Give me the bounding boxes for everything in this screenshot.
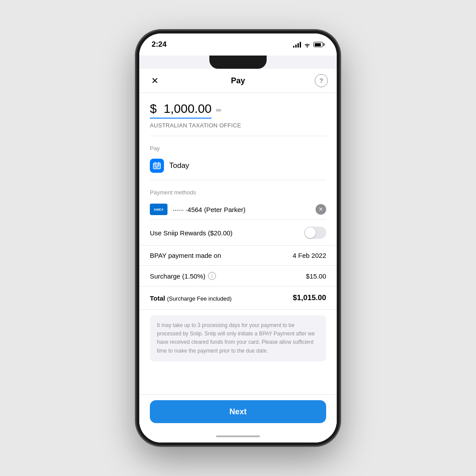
calendar-icon [150,159,164,173]
disclaimer-box: It may take up to 3 processing days for … [150,315,326,361]
amount-section: $ 1,000.00 ✏ AUSTRALIAN TAXATION OFFICE [139,93,337,136]
amount-display: $ 1,000.00 [150,102,212,119]
wifi-icon [304,42,311,47]
status-time: 2:24 [152,40,167,49]
remove-icon: × [319,206,323,213]
scroll-body[interactable]: $ 1,000.00 ✏ AUSTRALIAN TAXATION OFFICE … [139,93,337,394]
bpay-date: 4 Feb 2022 [293,252,326,259]
next-button-container: Next [139,394,337,430]
help-button[interactable]: ? [315,74,328,87]
card-details: ······ ·4564 (Peter Parker) [173,206,310,213]
pay-date-section: Pay Today [139,140,337,180]
total-label: Total (Surcharge Fee included) [150,294,232,302]
amount-value: 1,000.00 [164,102,212,115]
payment-methods-section: Payment methods AMEX ······ ·4564 (Peter… [139,184,337,220]
rewards-toggle[interactable] [304,227,326,239]
home-bar [216,435,260,437]
nav-bar: ✕ Pay ? [139,69,337,93]
amex-card-icon: AMEX [150,204,167,215]
notch [209,56,267,69]
svg-rect-0 [153,163,160,169]
total-sub-label: (Surcharge Fee included) [167,295,232,302]
edit-icon[interactable]: ✏ [216,106,222,115]
nav-title: Pay [231,76,245,86]
signal-icon [293,41,301,48]
total-row: Total (Surcharge Fee included) $1,015.00 [139,286,337,310]
bpay-label: BPAY payment made on [150,252,221,259]
toggle-knob [305,227,316,238]
status-icons [293,41,324,48]
pay-date-text: Today [169,161,189,170]
surcharge-info-button[interactable]: i [208,272,216,280]
screen: 2:24 [139,33,337,443]
surcharge-label-text: Surcharge (1.50%) [150,272,205,280]
payment-methods-label: Payment methods [150,184,326,199]
rewards-label: Use Sniip Rewards ($20.00) [150,229,233,237]
next-button[interactable]: Next [150,400,326,423]
pay-date-row[interactable]: Today [150,155,326,180]
pay-section-label: Pay [150,140,326,155]
total-value: $1,015.00 [293,294,326,302]
biller-name: AUSTRALIAN TAXATION OFFICE [150,122,326,129]
currency-symbol: $ [150,102,157,115]
status-bar: 2:24 [139,33,337,56]
next-button-label: Next [229,407,246,416]
bpay-date-row: BPAY payment made on 4 Feb 2022 [139,245,337,266]
rewards-row: Use Sniip Rewards ($20.00) [139,220,337,245]
help-icon: ? [320,77,324,84]
surcharge-label-group: Surcharge (1.50%) i [150,272,216,280]
amount-row: $ 1,000.00 ✏ [150,102,326,119]
bottom-spacer [139,367,337,393]
content: ✕ Pay ? $ 1,000.00 ✏ [139,69,337,443]
battery-icon [313,42,324,47]
surcharge-value: $15.00 [306,272,326,280]
payment-method-row[interactable]: AMEX ······ ·4564 (Peter Parker) × [150,199,326,220]
disclaimer-text: It may take up to 3 processing days for … [157,321,319,355]
amex-text: AMEX [154,208,164,211]
close-button[interactable]: ✕ [148,74,161,87]
phone-frame: 2:24 [137,31,339,445]
remove-card-button[interactable]: × [316,204,326,215]
svg-rect-2 [153,164,160,165]
surcharge-row: Surcharge (1.50%) i $15.00 [139,266,337,286]
close-icon: ✕ [151,75,159,86]
home-indicator [139,430,337,443]
